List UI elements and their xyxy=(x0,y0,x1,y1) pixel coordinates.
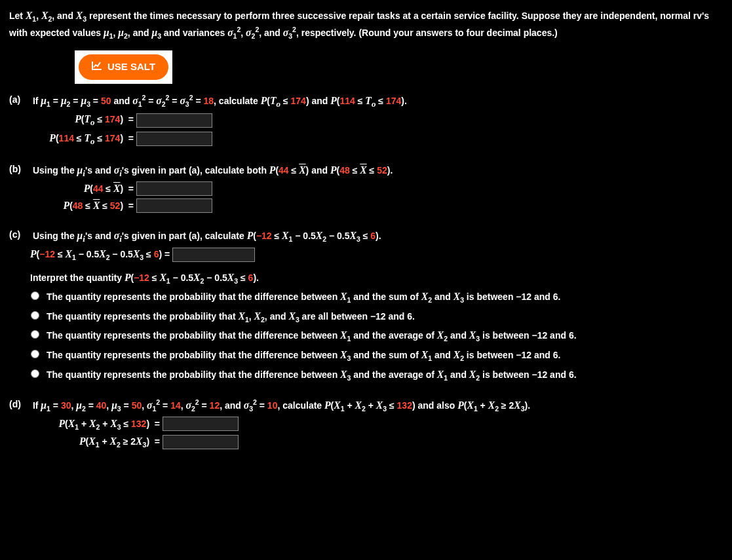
part-c: (c) Using the μi's and σi's given in par… xyxy=(9,228,723,384)
c-option-4-text: The quantity represents the probability … xyxy=(47,347,560,364)
problem-intro: Let X1, X2, and X3 represent the times n… xyxy=(9,8,723,41)
d-eq2-lhs: P(X1 + X2 ≥ 2X3) = xyxy=(9,434,163,451)
c-option-2[interactable]: The quantity represents the probability … xyxy=(28,308,723,326)
text: . xyxy=(404,96,407,106)
text: , calculate xyxy=(214,96,261,106)
part-d-label: (d) xyxy=(9,398,30,411)
c-radio-1[interactable] xyxy=(31,291,39,300)
c-radio-4[interactable] xyxy=(31,350,39,358)
part-a-label: (a) xyxy=(9,93,30,107)
b-answer-1[interactable] xyxy=(136,181,212,196)
text: . xyxy=(528,400,530,411)
part-c-label: (c) xyxy=(9,228,30,242)
a-answer-1[interactable] xyxy=(136,113,212,128)
d-answer-1[interactable] xyxy=(163,417,239,431)
c-radio-3[interactable] xyxy=(31,330,39,339)
text: and xyxy=(309,96,331,106)
interpret-prompt: Interpret the quantity P(−12 ≤ X1 − 0.5X… xyxy=(30,270,723,287)
c-option-3-text: The quantity represents the probability … xyxy=(47,327,577,345)
c-option-2-text: The quantity represents the probability … xyxy=(47,308,415,326)
b-answer-2[interactable] xyxy=(136,198,212,213)
text: 's given in part (a), calculate xyxy=(122,231,247,241)
text: and also xyxy=(415,400,458,411)
c-option-5-text: The quantity represents the probability … xyxy=(47,367,577,384)
text: Using the xyxy=(33,231,77,241)
c-answer[interactable] xyxy=(172,248,255,262)
b-eq1-lhs: P(44 ≤ X) = xyxy=(9,181,136,196)
text: Using the xyxy=(33,165,77,176)
part-b-label: (b) xyxy=(9,162,30,176)
value-mu: 50 xyxy=(101,96,111,106)
part-b: (b) Using the μi's and σi's given in par… xyxy=(9,162,723,214)
use-salt-button[interactable]: USE SALT xyxy=(79,54,168,80)
c-radio-2[interactable] xyxy=(31,311,39,320)
text: If xyxy=(33,96,41,106)
c-option-1[interactable]: The quantity represents the probability … xyxy=(28,289,723,306)
a-eq2-lhs: P(114 ≤ To ≤ 174) = xyxy=(9,130,136,148)
d-eq1-lhs: P(X1 + X2 + X3 ≤ 132) = xyxy=(9,416,163,433)
text: and xyxy=(111,96,133,106)
value-sigma: 18 xyxy=(204,96,214,106)
part-d: (d) If μ1 = 30, μ2 = 40, μ3 = 50, σ12 = … xyxy=(9,398,723,451)
text: 's and xyxy=(85,165,114,176)
a-eq1-lhs: P(To ≤ 174) = xyxy=(9,111,136,129)
text: , calculate xyxy=(277,400,324,411)
c-option-4[interactable]: The quantity represents the probability … xyxy=(28,347,723,364)
salt-label: USE SALT xyxy=(107,60,155,75)
text: 's and xyxy=(85,231,114,241)
c-option-1-text: The quantity represents the probability … xyxy=(47,289,560,306)
c-option-5[interactable]: The quantity represents the probability … xyxy=(28,367,723,384)
a-answer-2[interactable] xyxy=(136,132,212,146)
c-radio-5[interactable] xyxy=(31,369,39,378)
b-eq2-lhs: P(48 ≤ X ≤ 52) = xyxy=(9,198,136,214)
c-option-3[interactable]: The quantity represents the probability … xyxy=(28,327,723,345)
d-answer-2[interactable] xyxy=(163,435,239,449)
text: 's given in part (a), calculate both xyxy=(122,165,269,176)
text: . xyxy=(379,231,381,241)
salt-container: USE SALT xyxy=(75,50,172,84)
text: . xyxy=(390,165,393,176)
chart-icon xyxy=(92,60,102,74)
part-a: (a) If μ1 = μ2 = μ3 = 50 and σ12 = σ22 =… xyxy=(9,93,723,148)
text: and xyxy=(309,165,330,176)
text: If xyxy=(33,400,41,411)
